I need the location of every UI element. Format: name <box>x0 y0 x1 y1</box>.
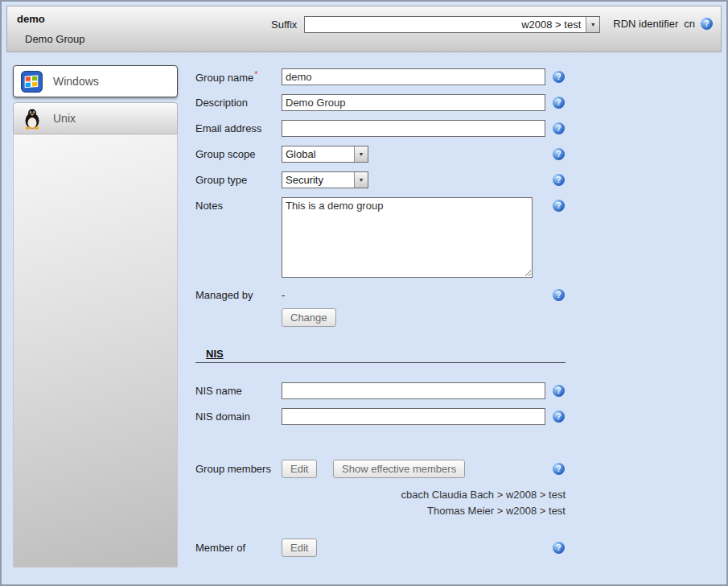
group-edit-window: demo Demo Group Suffix w2008 > test ▼ RD… <box>0 0 728 586</box>
help-icon[interactable]: ? <box>553 385 565 397</box>
help-icon[interactable]: ? <box>553 97 565 109</box>
nis-name-input[interactable] <box>282 382 545 399</box>
group-member-item: cbach Claudia Bach > w2008 > test <box>195 487 566 503</box>
show-effective-members-button[interactable]: Show effective members <box>333 460 465 478</box>
form-row-nis-name: NIS name ? <box>195 382 717 399</box>
help-icon[interactable]: ? <box>553 148 565 160</box>
tab-windows[interactable]: Windows <box>13 65 178 97</box>
form-row-group-name: Group name* ? <box>195 68 717 85</box>
header: demo Demo Group Suffix w2008 > test ▼ RD… <box>6 6 722 52</box>
chevron-down-icon[interactable]: ▼ <box>354 172 368 188</box>
group-name-label: Group name* <box>195 69 282 84</box>
rdn-group: RDN identifier cn ? <box>613 18 713 30</box>
nis-name-label: NIS name <box>195 385 282 397</box>
page-subtitle: Demo Group <box>25 33 711 45</box>
suffix-select-value: w2008 > test <box>305 17 586 32</box>
suffix-group: Suffix w2008 > test ▼ <box>271 16 600 33</box>
tab-unix[interactable]: Unix <box>13 102 178 134</box>
help-icon[interactable]: ? <box>553 542 565 554</box>
group-member-item: Thomas Meier > w2008 > test <box>195 503 566 519</box>
form-row-group-type: Group type Security ▼ ? <box>195 171 717 188</box>
change-button[interactable]: Change <box>282 308 336 327</box>
suffix-select[interactable]: w2008 > test ▼ <box>304 16 600 33</box>
nis-section-title: NIS <box>206 348 224 360</box>
help-icon[interactable]: ? <box>553 174 565 186</box>
help-icon[interactable]: ? <box>553 200 565 212</box>
notes-textarea[interactable]: This is a demo group <box>282 197 533 278</box>
main-area: Windows <box>2 52 726 586</box>
help-icon[interactable]: ? <box>553 411 565 423</box>
group-members-edit-button[interactable]: Edit <box>282 460 317 478</box>
group-type-label: Group type <box>195 174 282 186</box>
description-input[interactable] <box>282 94 545 111</box>
rdn-label: RDN identifier <box>613 18 678 30</box>
tux-icon <box>21 108 43 130</box>
rdn-value: cn <box>684 18 695 30</box>
spacer <box>195 434 717 460</box>
sidebar-panel <box>13 134 178 567</box>
member-of-label: Member of <box>195 542 282 554</box>
help-icon[interactable]: ? <box>553 289 565 301</box>
form-row-nis-domain: NIS domain ? <box>195 408 717 425</box>
nis-domain-input[interactable] <box>282 408 545 425</box>
group-scope-label: Group scope <box>195 148 282 160</box>
group-name-input[interactable] <box>282 68 545 85</box>
tab-windows-label: Windows <box>53 75 99 88</box>
member-of-edit-button[interactable]: Edit <box>282 539 317 557</box>
email-input[interactable] <box>282 120 545 137</box>
module-tabs: Windows <box>13 65 178 567</box>
email-label: Email address <box>195 122 282 134</box>
chevron-down-icon[interactable]: ▼ <box>586 17 599 32</box>
form-row-managed-by: Managed by - Change ? <box>195 287 717 327</box>
help-icon[interactable]: ? <box>553 71 565 83</box>
group-members-list: cbach Claudia Bach > w2008 > test Thomas… <box>195 487 566 519</box>
nis-domain-label: NIS domain <box>195 411 282 423</box>
form-content: Group name* ? Description ? Email addres… <box>178 65 717 586</box>
form-row-group-scope: Group scope Global ▼ ? <box>195 146 717 163</box>
description-label: Description <box>195 97 282 109</box>
managed-by-label: Managed by <box>195 287 282 301</box>
form-row-member-of: Member of Edit ? <box>195 539 717 557</box>
suffix-label: Suffix <box>271 19 297 31</box>
help-icon[interactable]: ? <box>701 18 713 30</box>
help-icon[interactable]: ? <box>553 122 565 134</box>
form-row-description: Description ? <box>195 94 717 111</box>
managed-by-value: - <box>282 287 553 303</box>
nis-section-header: NIS <box>195 348 566 363</box>
notes-label: Notes <box>195 197 282 212</box>
form-row-notes: Notes This is a demo group ? <box>195 197 717 278</box>
group-members-label: Group members <box>195 463 282 475</box>
form-row-group-members: Group members Edit Show effective member… <box>195 460 717 478</box>
group-scope-select[interactable]: Global ▼ <box>282 146 368 163</box>
required-marker: * <box>254 69 257 79</box>
chevron-down-icon[interactable]: ▼ <box>354 146 368 162</box>
help-icon[interactable]: ? <box>553 463 565 475</box>
group-type-value: Security <box>282 172 354 188</box>
form-row-email: Email address ? <box>195 120 717 137</box>
tab-unix-label: Unix <box>53 112 76 125</box>
group-scope-value: Global <box>282 146 354 162</box>
group-type-select[interactable]: Security ▼ <box>282 171 368 188</box>
windows-logo-icon <box>21 71 43 93</box>
